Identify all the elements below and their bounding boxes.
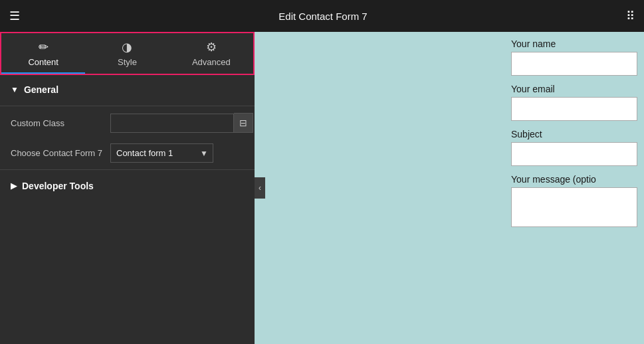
main-layout: ✏ Content ◑ Style ⚙ Advanced ▼ General C (0, 32, 644, 344)
tab-content[interactable]: ✏ Content (1, 33, 85, 74)
developer-tools-arrow-icon: ▶ (11, 181, 17, 191)
general-section-header[interactable]: ▼ General (0, 75, 255, 104)
left-panel: ✏ Content ◑ Style ⚙ Advanced ▼ General C (0, 32, 255, 344)
form-message-textarea[interactable] (511, 187, 637, 227)
tab-style-label: Style (118, 57, 137, 67)
tab-style[interactable]: ◑ Style (85, 33, 169, 74)
page-title: Edit Contact Form 7 (278, 11, 367, 22)
form-name-label: Your name (511, 39, 637, 49)
form-field-name: Your name (511, 39, 637, 76)
contact-form-label: Choose Contact Form 7 (11, 148, 104, 158)
custom-class-input[interactable] (110, 114, 234, 133)
custom-class-row: Custom Class ⊟ (0, 108, 255, 138)
tab-advanced[interactable]: ⚙ Advanced (169, 33, 253, 74)
divider-2 (0, 169, 255, 170)
hamburger-icon[interactable]: ☰ (9, 9, 20, 23)
general-arrow-icon: ▼ (11, 85, 19, 94)
custom-class-label: Custom Class (11, 118, 104, 128)
pencil-icon: ✏ (39, 40, 49, 54)
panel-content: ▼ General Custom Class ⊟ Choose Contact … (0, 75, 255, 344)
tab-content-label: Content (28, 57, 58, 67)
chevron-left-icon: ‹ (259, 183, 261, 193)
form-subject-input[interactable] (511, 142, 637, 166)
developer-tools-header[interactable]: ▶ Developer Tools (0, 171, 255, 201)
form-preview: Your name Your email Subject Your messag… (504, 32, 644, 244)
tab-advanced-label: Advanced (192, 57, 231, 67)
contact-form-select-wrapper: Contact form 1 Contact form 2 ▼ (110, 143, 213, 163)
custom-class-db-icon-btn[interactable]: ⊟ (234, 113, 253, 133)
form-field-subject: Subject (511, 129, 637, 166)
app-header: ☰ Edit Contact Form 7 ⠿ (0, 0, 644, 32)
preview-panel: Your name Your email Subject Your messag… (255, 32, 644, 344)
form-email-label: Your email (511, 84, 637, 94)
divider-1 (0, 106, 255, 106)
gear-icon: ⚙ (206, 40, 217, 54)
contact-form-row: Choose Contact Form 7 Contact form 1 Con… (0, 138, 255, 168)
general-section-label: General (24, 84, 58, 95)
style-icon: ◑ (122, 40, 132, 54)
tabs-bar: ✏ Content ◑ Style ⚙ Advanced (0, 32, 255, 75)
form-message-label: Your message (optio (511, 174, 637, 185)
collapse-panel-button[interactable]: ‹ (255, 177, 265, 199)
form-subject-label: Subject (511, 129, 637, 139)
form-email-input[interactable] (511, 97, 637, 121)
developer-tools-label: Developer Tools (22, 181, 94, 191)
form-name-input[interactable] (511, 52, 637, 76)
grid-icon[interactable]: ⠿ (626, 9, 635, 23)
form-field-message: Your message (optio (511, 174, 637, 230)
contact-form-select[interactable]: Contact form 1 Contact form 2 (110, 143, 213, 163)
custom-class-input-wrapper: ⊟ (110, 113, 253, 133)
form-field-email: Your email (511, 84, 637, 121)
